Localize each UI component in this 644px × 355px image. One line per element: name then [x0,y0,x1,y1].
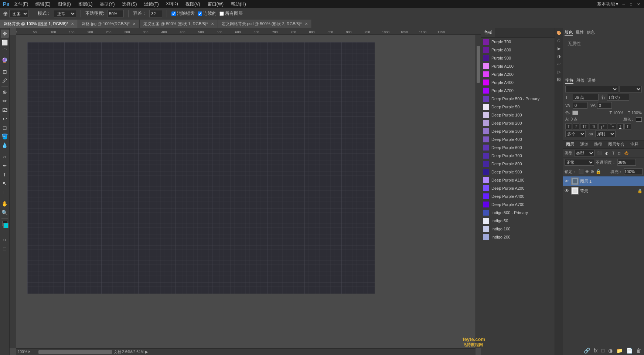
font-family-selector[interactable]: Multicolore [565,86,618,92]
menu-bar[interactable]: 文件(F) 编辑(E) 图像(I) 图层(L) 类型(Y) 选择(S) 滤镜(T… [12,0,248,8]
vertical-scroll-thumb[interactable] [477,46,480,83]
font-size-input[interactable] [573,94,599,101]
menu-3d[interactable]: 3D(D) [165,0,180,8]
swatch-item-5[interactable]: Purple A400 [481,78,555,87]
contiguous-checkbox-label[interactable]: 连续的 [198,10,217,17]
zoom-tool[interactable]: 🔍 [1,209,9,217]
layer-fill-input[interactable] [624,168,643,175]
tab-info[interactable]: 信息 [587,30,595,36]
adjust-icon[interactable]: ⊙ [556,37,562,44]
add-group-button[interactable]: 📁 [615,347,624,354]
pen-tool[interactable]: ✒ [1,162,9,170]
tab-paths[interactable]: 路径 [591,141,605,148]
add-mask-button[interactable]: □ [600,347,606,354]
all-layers-checkbox-label[interactable]: 所有图层 [219,10,243,17]
menu-edit[interactable]: 编辑(E) [34,0,52,8]
antialias-checkbox-label[interactable]: 消除锯齿 [171,10,195,17]
layer-item-1[interactable]: 👁 背景 🔒 [563,186,644,196]
tab-properties[interactable]: 属性 [576,30,584,36]
maximize-button[interactable]: □ [628,1,634,7]
hand-tool[interactable]: ✋ [1,200,9,208]
lasso-tool[interactable]: ⌒ [1,47,9,55]
lock-position-icon[interactable]: ✙ [585,169,589,174]
add-style-button[interactable]: fx [593,347,599,354]
text-color-swatch[interactable] [572,111,578,115]
layer-blend-select[interactable]: 正常 [565,159,594,166]
menu-view[interactable]: 视图(V) [184,0,202,8]
swatch-item-16[interactable]: Deep Purple 900 [481,168,555,176]
canvas-area[interactable] [16,35,481,348]
eyedropper-panel-icon[interactable]: 🎨 [556,30,562,36]
swatch-item-0[interactable]: Purple 700 [481,38,555,46]
italic-btn[interactable]: T [573,124,579,129]
text-filter-icon[interactable]: T [611,151,616,156]
opacity-input[interactable] [107,10,124,17]
swatch-item-23[interactable]: Indigo 100 [481,225,555,233]
tab-2-close[interactable]: ✕ [211,22,214,26]
menu-layer[interactable]: 图层(L) [77,0,94,8]
fill-tool[interactable]: 🪣 [1,132,9,141]
menu-select[interactable]: 选择(S) [120,0,138,8]
layer-1-eye[interactable]: 👁 [565,188,570,193]
tab-paragraph[interactable]: 段落 [576,78,585,84]
font-style-selector[interactable]: Regular [620,86,642,92]
swatch-item-22[interactable]: Indigo 50 [481,217,555,225]
nav-arrow[interactable]: ▶ [145,350,148,354]
history-panel-icon[interactable]: ↩ [556,61,562,67]
swatch-item-12[interactable]: Deep Purple 400 [481,135,555,143]
eraser-tool[interactable]: ◻ [1,124,9,132]
swatch-item-13[interactable]: Deep Purple 600 [481,143,555,152]
swatch-item-4[interactable]: Purple A200 [481,70,555,78]
swatch-item-9[interactable]: Deep Purple 100 [481,111,555,119]
swatch-item-1[interactable]: Purple 800 [481,46,555,54]
swatch-item-21[interactable]: Indigo 500 - Primary [481,209,555,217]
bold-btn[interactable]: T [565,124,572,129]
lock-pixels-icon[interactable]: ⬛ [578,169,584,174]
clone-tool[interactable]: 🖃 [1,106,9,114]
smallcap-btn[interactable]: Tt [590,124,597,129]
menu-file[interactable]: 文件(F) [12,0,30,8]
all-layers-checkbox[interactable] [219,11,224,16]
tab-2[interactable]: 定义图案 @ 500% (形状 1, RGB/8)* ✕ [140,20,218,28]
antialias-checkbox[interactable] [171,11,176,16]
type-tool[interactable]: T [1,170,9,179]
blend-mode-selector[interactable]: 正常 [54,10,76,17]
smart-filter-icon[interactable]: 🔆 [623,151,630,156]
heal-tool[interactable]: ⊕ [1,88,9,96]
minimize-button[interactable]: ─ [621,1,626,7]
antialias-selector[interactable]: 犀利 [595,131,616,137]
tab-3[interactable]: 定义网格背景.psd @ 500% (形状 2, RGB/8)* ✕ [218,20,312,28]
tab-1-close[interactable]: ✕ [133,22,136,26]
quick-mask-tool[interactable]: ○ [1,236,9,244]
close-button[interactable]: ✕ [636,1,641,7]
menu-image[interactable]: 图像(I) [56,0,72,8]
tab-0[interactable]: 网格背景 @ 100% (图层 1, RGB/8)* ✕ [0,20,78,28]
swatch-item-17[interactable]: Deep Purple A100 [481,176,555,184]
language-selector[interactable]: 多个 [565,131,586,137]
tab-channels[interactable]: 通道 [577,141,591,148]
tab-layers[interactable]: 图层 [563,141,577,148]
shape-tool[interactable]: □ [1,188,9,196]
path-select-tool[interactable]: ↖ [1,179,9,187]
tab-color[interactable]: 颜色 [565,30,573,36]
history-tool[interactable]: ↩ [1,115,9,123]
strikethrough-btn[interactable]: T [624,124,631,129]
move-tool[interactable]: ✥ [1,30,9,38]
swatch-item-20[interactable]: Deep Purple A700 [481,200,555,209]
brush-tool[interactable]: ✏ [1,97,9,105]
background-color[interactable] [3,223,8,228]
pixel-filter-icon[interactable]: ⬛ [596,151,603,156]
swatch-item-3[interactable]: Purple A100 [481,62,555,70]
tracking-input[interactable] [573,102,587,109]
tab-character[interactable]: 字符 [565,78,573,84]
tab-layer-comps[interactable]: 图层复合 [605,141,627,148]
lock-all-icon[interactable]: 🔒 [596,169,601,174]
horizontal-scrollbar[interactable]: 100% 🖱 文档:2.64M/2.64M ▶ [16,348,476,355]
kerning-input[interactable] [597,102,612,109]
art-icon[interactable]: 🖼 [556,76,562,83]
swatch-item-18[interactable]: Deep Purple A200 [481,184,555,192]
tab-adjust[interactable]: 调整 [587,78,596,84]
pattern-selector[interactable]: 图案 [9,10,28,17]
menu-type[interactable]: 类型(Y) [98,0,116,8]
swatch-item-19[interactable]: Deep Purple A400 [481,192,555,200]
